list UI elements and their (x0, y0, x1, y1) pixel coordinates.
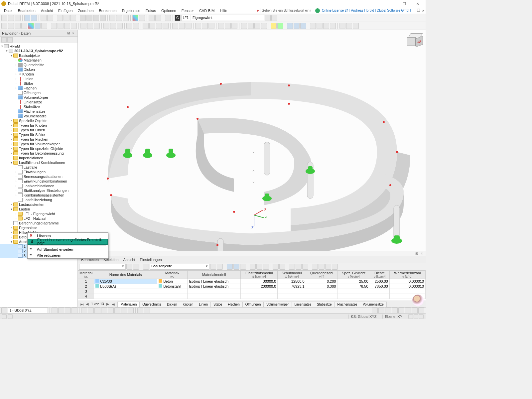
bb-snap7-icon[interactable] (121, 308, 127, 314)
bb-snap1-icon[interactable] (81, 308, 87, 314)
bb-r5-icon[interactable] (398, 308, 404, 314)
menu-bearbeiten[interactable]: Bearbeiten (15, 8, 38, 13)
tb-view3-icon[interactable] (123, 15, 129, 21)
tl-member-icon[interactable] (21, 23, 27, 29)
tl-dim-icon[interactable] (126, 23, 132, 29)
tree-spezielle[interactable]: ›Spezielle Objekte (0, 118, 77, 123)
tree-lastassist[interactable]: ›Lastassistenten (0, 202, 77, 207)
tb-results-icon[interactable] (155, 15, 161, 21)
tl-filter2-icon[interactable] (294, 23, 300, 29)
tl-genrect-icon[interactable] (71, 23, 77, 29)
tl-section-icon[interactable] (330, 23, 336, 29)
tl-surface-icon[interactable] (28, 23, 34, 29)
tb-next-icon[interactable] (271, 15, 277, 21)
table-combo1[interactable] (79, 264, 126, 270)
tbl-menu-einstellungen[interactable]: Einstellungen (140, 258, 162, 262)
tbl-cursor-icon[interactable] (227, 264, 233, 270)
tab-last-icon[interactable]: ⏭ (110, 302, 116, 306)
tl-scale-icon[interactable] (163, 23, 169, 29)
tab-stabsaetze[interactable]: Stabsätze (314, 302, 334, 307)
tbl-next2-icon[interactable] (217, 264, 223, 270)
tl-divide-icon[interactable] (179, 23, 185, 29)
menu-optionen[interactable]: Optionen (159, 8, 179, 13)
tree-lastfaelle[interactable]: ›Lastfälle (0, 165, 77, 170)
menu-zuordnen[interactable]: Zuordnen (75, 8, 96, 13)
tbl-next-icon[interactable] (133, 264, 139, 270)
tl-help-icon[interactable] (353, 23, 359, 29)
tree-root[interactable]: ▾RFEM (0, 44, 77, 49)
tb-panel2-icon[interactable] (86, 15, 92, 21)
tb-new-icon[interactable] (1, 15, 7, 21)
tab-first-icon[interactable]: ⏮ (79, 302, 84, 306)
tab-liniensaetze[interactable]: Liniensätze (292, 302, 315, 307)
tbl-import-icon[interactable] (319, 264, 325, 270)
tree-typ-beton[interactable]: ›Typen für Betonbemessung (0, 151, 77, 156)
tree-ergebnisse[interactable]: ›Ergebnisse (0, 225, 77, 230)
bb-snap3-icon[interactable] (94, 308, 100, 314)
maximize-button[interactable]: ☐ (398, 0, 411, 7)
bb-ucs-icon[interactable] (1, 308, 7, 314)
tl-loadline-icon[interactable] (110, 23, 116, 29)
tbl-copy-icon[interactable] (263, 264, 269, 270)
tbl-prev-icon[interactable] (126, 264, 132, 270)
tb-save-icon[interactable] (15, 15, 21, 21)
tl-filter1-icon[interactable] (287, 23, 293, 29)
tl-check-icon[interactable] (277, 23, 283, 29)
ctx-collapse-all[interactable]: ≡Alle reduzieren (28, 252, 108, 258)
tb-calc-icon[interactable] (149, 15, 155, 21)
tl-line-icon[interactable] (15, 23, 21, 29)
doc-restore-button[interactable]: ❐ (417, 8, 420, 13)
tl-join-icon[interactable] (186, 23, 192, 29)
bb-snap4-icon[interactable] (101, 308, 107, 314)
tl-delete-icon[interactable] (346, 23, 352, 29)
tb-panel3-icon[interactable] (93, 15, 99, 21)
view-cube[interactable]: +X (406, 33, 423, 49)
tree-volumenkoerper[interactable]: Volumenkörper (0, 95, 77, 100)
tree-typ-flaechen[interactable]: ›Typen für Flächen (0, 137, 77, 142)
nav-tb2-icon[interactable] (7, 37, 13, 43)
minimize-button[interactable]: — (384, 0, 398, 7)
tl-hinge-icon[interactable] (87, 23, 93, 29)
tbl-link-icon[interactable] (143, 264, 149, 270)
tree-lfk[interactable]: ▾Lastfälle und Kombinationen (0, 160, 77, 165)
bb-i2-icon[interactable] (58, 308, 64, 314)
status-i2-icon[interactable] (414, 314, 418, 319)
tree-stabsaetze[interactable]: Stabsätze (0, 104, 77, 109)
tl-filter3-icon[interactable] (300, 23, 306, 29)
tab-volumensaetze[interactable]: Volumensätze (360, 302, 387, 307)
menu-einfuegen[interactable]: Einfügen (56, 8, 75, 13)
tl-clip-icon[interactable] (323, 23, 329, 29)
tree-typ-staebe[interactable]: ›Typen für Stäbe (0, 132, 77, 137)
bb-r2-icon[interactable] (378, 308, 384, 314)
tbl-linkview-icon[interactable] (233, 264, 239, 270)
tree-liniensaetze[interactable]: Liniensätze (0, 100, 77, 104)
bb-r6-icon[interactable] (405, 308, 411, 314)
tbl-export-icon[interactable] (312, 264, 318, 270)
tb-open-icon[interactable] (8, 15, 14, 21)
tab-materialien[interactable]: Materialien (117, 302, 140, 307)
tree-typ-volumen[interactable]: ›Typen für Volumenkörper (0, 142, 77, 146)
tree-berechnungsdiag[interactable]: Berechnungsdiagramme (0, 221, 77, 225)
tl-gencircle-icon[interactable] (64, 23, 70, 29)
assistant-avatar[interactable] (412, 295, 424, 306)
bb-r1-icon[interactable] (372, 308, 378, 314)
tree-lf2[interactable]: ›LF2 - Nutzlast (0, 216, 77, 221)
tl-node-icon[interactable] (8, 23, 14, 29)
tab-oeffnungen[interactable]: Öffnungen (242, 302, 264, 307)
tbl-menu-ansicht[interactable]: Ansicht (123, 258, 135, 262)
tab-flaechensaetze[interactable]: Flächensätze (334, 302, 360, 307)
tree-knoten[interactable]: ›Knoten (0, 72, 77, 76)
ctx-export-pdf[interactable]: 🗎Export in zusammengeführtes Protokoll-P… (28, 239, 108, 245)
tb-redo-icon[interactable] (47, 15, 53, 21)
tb-panel4-icon[interactable] (100, 15, 106, 21)
tree-materialien[interactable]: ›Materialien (0, 58, 77, 63)
tree-volumensaetze[interactable]: Volumensätze (0, 114, 77, 118)
navigator-close-icon[interactable]: × (71, 31, 75, 35)
doc-minimize-button[interactable]: – (413, 9, 415, 13)
tl-osnap-icon[interactable] (208, 23, 214, 29)
tl-info-icon[interactable] (339, 23, 345, 29)
tab-querschnitte[interactable]: Querschnitte (139, 302, 164, 307)
lf-type-badge[interactable]: G (175, 15, 181, 21)
table-combo2[interactable]: Basisobjekte (150, 264, 209, 270)
nav-tb1-icon[interactable] (1, 37, 7, 43)
